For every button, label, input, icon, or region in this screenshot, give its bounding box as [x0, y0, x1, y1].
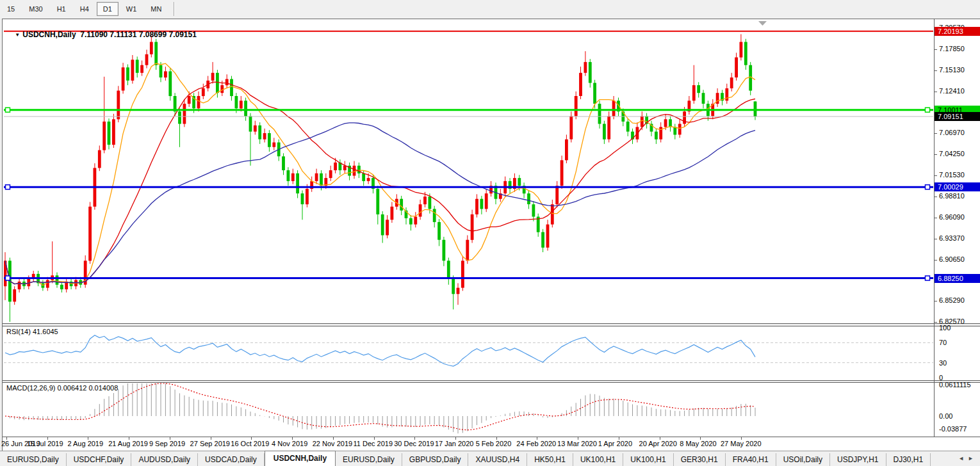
symbol-tab-AUDUSDDaily[interactable]: AUDUSD,Daily [131, 453, 198, 466]
tab-scroll-left-icon[interactable]: ◄ [958, 455, 968, 462]
symbol-tab-HK50H1[interactable]: HK50,H1 [527, 453, 573, 466]
price-axis-tick [934, 133, 937, 134]
timeframe-button-W1[interactable]: W1 [120, 2, 143, 16]
date-axis-label: 8 May 2020 [680, 440, 716, 447]
macd-pane[interactable] [4, 383, 933, 436]
ohlc-close: 7.09151 [169, 30, 197, 39]
chart-tab-bar: EURUSD,DailyUSDCHF,DailyAUDUSD,DailyUSDC… [0, 451, 980, 466]
chart-symbol-label: USDCNH,Daily [22, 30, 76, 39]
macd-axis-label: 0.0611115 [939, 381, 971, 389]
symbol-tab-USDCNHDaily[interactable]: USDCNH,Daily [265, 451, 336, 466]
date-axis-separator [3, 437, 980, 437]
macd-indicator-label: MACD(12,26,9) 0.006412 0.014008 [6, 384, 118, 392]
chart-ohlc-header: ▼USDCNH,Daily 7.11090 7.11131 7.08699 7.… [6, 21, 197, 48]
price-axis-label: 7.04250 [939, 150, 965, 157]
price-axis-label: 6.90650 [939, 255, 965, 263]
ohlc-low: 7.08699 [139, 30, 167, 39]
symbol-tab-UK100H1[interactable]: UK100,H1 [623, 453, 673, 466]
hline-handle[interactable] [6, 185, 10, 189]
date-axis-label: 11 Dec 2019 [353, 440, 393, 447]
symbol-tab-GER30H1[interactable]: GER30,H1 [674, 453, 726, 466]
date-axis-label: 27 May 2020 [721, 440, 762, 447]
hline-handle[interactable] [926, 185, 930, 189]
symbol-tab-USDCADDaily[interactable]: USDCAD,Daily [198, 453, 265, 466]
tab-scroll-right-icon[interactable]: ► [968, 455, 977, 462]
symbol-tab-USOilDaily[interactable]: USOil,Daily [776, 453, 830, 466]
rsi-line [5, 335, 755, 366]
hline-handle[interactable] [926, 276, 930, 280]
price-axis-label: 6.85290 [939, 296, 965, 304]
price-badge-6.88250: 6.88250 [935, 274, 980, 283]
date-axis-label: 21 Aug 2019 [108, 440, 148, 447]
rsi-axis-label: 70 [939, 339, 947, 346]
macd-axis-label: -0.03877 [939, 425, 967, 433]
symbol-tab-FRA40H1[interactable]: FRA40,H1 [726, 453, 776, 466]
price-axis-tick [934, 197, 937, 197]
hline-handle[interactable] [6, 108, 10, 112]
chevron-down-icon[interactable]: ▼ [15, 32, 20, 38]
timeframe-button-H4[interactable]: H4 [74, 2, 95, 16]
timeframe-button-15[interactable]: 15 [1, 2, 21, 16]
price-axis-label: 6.93370 [939, 234, 965, 242]
price-axis-tick [934, 260, 937, 261]
timeframe-toolbar: 15M30H1H4D1W1MN [0, 0, 980, 18]
date-axis-label: 27 Sep 2019 [190, 440, 230, 447]
price-axis-tick [934, 70, 937, 71]
symbol-tab-XAUUSDH4[interactable]: XAUUSD,H4 [468, 453, 527, 466]
date-axis-label: 5 Feb 2020 [476, 440, 512, 447]
date-axis-label: 16 Oct 2019 [231, 440, 269, 447]
symbol-tab-DJ30H1[interactable]: DJ30,H1 [886, 453, 931, 466]
date-axis-label: 17 Jan 2020 [435, 440, 474, 447]
price-axis-label: 7.01530 [939, 171, 965, 179]
symbol-tab-USDCHFDaily[interactable]: USDCHF,Daily [67, 453, 132, 466]
symbol-tab-EURUSDDaily[interactable]: EURUSD,Daily [336, 453, 402, 466]
price-axis-tick [934, 92, 937, 92]
timeframe-button-D1[interactable]: D1 [97, 2, 118, 16]
price-axis-tick [934, 301, 937, 301]
price-axis-label: 6.98810 [939, 192, 965, 200]
price-axis-label: 7.12410 [939, 87, 965, 95]
date-axis-label: 9 Sep 2019 [149, 440, 185, 447]
symbol-tab-USDJPYH1[interactable]: USDJPY,H1 [830, 453, 886, 466]
price-axis-label: 7.15130 [939, 66, 965, 74]
date-axis-label: 13 Mar 2020 [557, 440, 597, 447]
price-axis-tick [934, 218, 937, 218]
rsi-indicator-label: RSI(14) 41.6045 [6, 328, 58, 335]
date-axis-label: 4 Nov 2019 [272, 440, 307, 447]
price-badge-7.09151: 7.09151 [935, 112, 980, 121]
date-axis-label: 2 Aug 2019 [67, 440, 103, 447]
rsi-pane[interactable] [4, 326, 933, 380]
price-axis-label: 6.96090 [939, 213, 965, 221]
price-axis-tick [934, 322, 937, 323]
ohlc-open: 7.11090 [80, 30, 108, 39]
macd-axis-label: 0.00 [939, 412, 952, 420]
rsi-axis-label: 30 [939, 359, 947, 367]
trading-terminal-window: 15M30H1H4D1W1MN ▼USDCNH,Daily 7.11090 7.… [0, 0, 980, 466]
symbol-tab-GBPUSDDaily[interactable]: GBPUSD,Daily [402, 453, 469, 466]
symbol-tab-UK100H1[interactable]: UK100,H1 [573, 453, 623, 466]
price-axis-tick [934, 49, 937, 50]
date-axis-label: 30 Dec 2019 [394, 440, 434, 447]
date-axis-label: 20 Apr 2020 [639, 440, 677, 447]
timeframe-button-H1[interactable]: H1 [51, 2, 72, 16]
timeframe-button-M30[interactable]: M30 [22, 2, 49, 16]
hline-handle[interactable] [6, 276, 10, 280]
timeframe-button-MN[interactable]: MN [144, 2, 168, 16]
price-axis-separator [934, 19, 935, 437]
tab-scroll-arrows: ◄► [958, 455, 977, 462]
date-axis-label: 24 Feb 2020 [516, 440, 556, 447]
date-axis-label: 15 Jul 2019 [27, 440, 63, 447]
chart-shift-marker-icon[interactable] [758, 21, 767, 26]
symbol-tab-EURUSDDaily[interactable]: EURUSD,Daily [0, 453, 67, 466]
main-price-pane[interactable] [4, 20, 933, 323]
rsi-axis-label: 100 [939, 324, 951, 332]
price-axis-label: 7.06970 [939, 129, 965, 136]
price-axis-tick [934, 175, 937, 176]
date-axis-label: 22 Nov 2019 [313, 440, 352, 447]
ohlc-high: 7.11131 [110, 30, 136, 39]
hline-handle[interactable] [926, 108, 930, 112]
price-axis-tick [934, 154, 937, 155]
toolbar-separator [174, 2, 175, 16]
date-axis-label: 1 Apr 2020 [598, 440, 632, 447]
moving-average-55 [5, 123, 755, 284]
